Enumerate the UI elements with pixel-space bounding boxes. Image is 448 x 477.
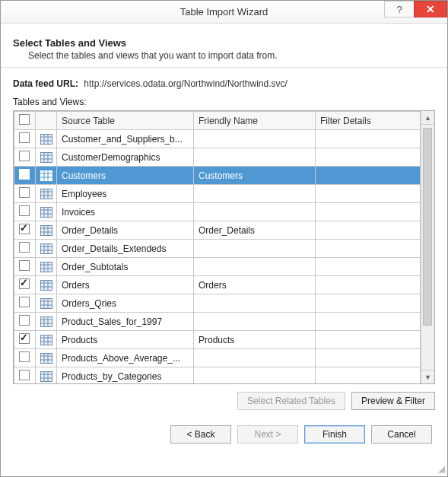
cell-filter-details[interactable] (316, 276, 421, 294)
cell-filter-details[interactable] (316, 203, 421, 221)
tables-grid[interactable]: Source Table Friendly Name Filter Detail… (14, 111, 421, 383)
vertical-scrollbar[interactable]: ▲ ▼ (421, 111, 434, 383)
titlebar: Table Import Wizard ? ✕ (1, 1, 447, 24)
cell-filter-details[interactable] (316, 221, 421, 240)
cell-source-table[interactable]: Product_Sales_for_1997 (57, 313, 194, 331)
cell-friendly-name[interactable] (194, 203, 316, 221)
cell-source-table[interactable]: Invoices (57, 203, 194, 221)
cell-filter-details[interactable] (316, 294, 421, 313)
table-row[interactable]: Products_Above_Average_... (14, 349, 421, 367)
scroll-down-arrow-icon[interactable]: ▼ (421, 370, 434, 383)
cell-friendly-name[interactable] (194, 367, 316, 384)
row-checkbox[interactable] (19, 242, 30, 253)
cell-source-table[interactable]: Order_Details_Extendeds (57, 240, 194, 258)
cell-source-table[interactable]: Orders (57, 276, 194, 294)
row-checkbox[interactable] (19, 187, 30, 198)
table-row[interactable]: Employees (14, 185, 421, 203)
cell-filter-details[interactable] (316, 240, 421, 258)
svg-rect-20 (41, 207, 52, 217)
cell-filter-details[interactable] (316, 130, 421, 148)
table-icon (36, 367, 57, 384)
cell-filter-details[interactable] (316, 148, 421, 167)
table-icon (36, 148, 57, 167)
help-button[interactable]: ? (384, 1, 415, 17)
cell-source-table[interactable]: Orders_Qries (57, 294, 194, 313)
row-checkbox[interactable] (19, 151, 30, 161)
cell-source-table[interactable]: Customer_and_Suppliers_b... (57, 130, 194, 148)
scroll-thumb[interactable] (423, 128, 432, 326)
cell-source-table[interactable]: Customers (57, 167, 194, 185)
cell-source-table[interactable]: Order_Details (57, 221, 194, 240)
table-row[interactable]: Order_Subtotals (14, 258, 421, 276)
cell-source-table[interactable]: Employees (57, 185, 194, 203)
table-icon (36, 185, 57, 203)
row-checkbox[interactable] (19, 297, 30, 307)
cell-friendly-name[interactable] (194, 349, 316, 367)
row-checkbox[interactable] (19, 260, 30, 271)
cell-friendly-name[interactable]: Products (194, 331, 316, 349)
select-related-tables-button[interactable]: Select Related Tables (237, 392, 345, 410)
table-row[interactable]: Orders_Qries (14, 294, 421, 313)
cell-friendly-name[interactable]: Orders (194, 276, 316, 294)
table-row[interactable]: Customer_and_Suppliers_b... (14, 130, 421, 148)
cell-filter-details[interactable] (316, 185, 421, 203)
table-row[interactable]: ProductsProducts (14, 331, 421, 349)
table-row[interactable]: Order_DetailsOrder_Details (14, 221, 421, 240)
header-source[interactable]: Source Table (57, 112, 194, 130)
checkbox-icon[interactable] (19, 114, 30, 125)
header-filter[interactable]: Filter Details (316, 112, 421, 130)
finish-button[interactable]: Finish (304, 425, 365, 444)
cell-filter-details[interactable] (316, 167, 421, 185)
table-row[interactable]: Invoices (14, 203, 421, 221)
table-icon (36, 349, 57, 367)
cell-source-table[interactable]: Products (57, 331, 194, 349)
cell-filter-details[interactable] (316, 258, 421, 276)
table-row[interactable]: Product_Sales_for_1997 (14, 313, 421, 331)
cell-filter-details[interactable] (316, 313, 421, 331)
table-row[interactable]: Order_Details_Extendeds (14, 240, 421, 258)
cell-friendly-name[interactable] (194, 130, 316, 148)
header-select-all[interactable] (14, 112, 36, 130)
cell-friendly-name[interactable] (194, 294, 316, 313)
cell-source-table[interactable]: Products_by_Categories (57, 367, 194, 384)
row-checkbox[interactable] (19, 370, 30, 380)
cell-source-table[interactable]: Products_Above_Average_... (57, 349, 194, 367)
cell-source-table[interactable]: CustomerDemographics (57, 148, 194, 167)
row-checkbox[interactable] (19, 132, 30, 143)
row-checkbox[interactable] (19, 224, 30, 234)
cell-filter-details[interactable] (316, 367, 421, 384)
next-button[interactable]: Next > (237, 425, 298, 444)
cell-friendly-name[interactable]: Customers (194, 167, 316, 185)
cell-friendly-name[interactable] (194, 313, 316, 331)
close-button[interactable]: ✕ (414, 1, 447, 17)
header-friendly[interactable]: Friendly Name (194, 112, 316, 130)
page-heading: Select Tables and Views (13, 37, 435, 49)
row-checkbox[interactable] (19, 315, 30, 326)
row-checkbox[interactable] (19, 351, 30, 362)
svg-rect-30 (41, 243, 52, 253)
cell-source-table[interactable]: Order_Subtotals (57, 258, 194, 276)
cell-filter-details[interactable] (316, 331, 421, 349)
cell-friendly-name[interactable] (194, 240, 316, 258)
svg-rect-15 (41, 189, 52, 199)
row-checkbox[interactable] (19, 205, 30, 216)
cell-friendly-name[interactable] (194, 185, 316, 203)
table-row[interactable]: Products_by_Categories (14, 367, 421, 384)
row-checkbox[interactable] (19, 333, 30, 344)
table-row[interactable]: CustomersCustomers (14, 167, 421, 185)
preview-filter-button[interactable]: Preview & Filter (351, 392, 435, 410)
cancel-button[interactable]: Cancel (371, 425, 432, 444)
scroll-up-arrow-icon[interactable]: ▲ (421, 111, 434, 125)
table-row[interactable]: CustomerDemographics (14, 148, 421, 167)
cell-friendly-name[interactable] (194, 258, 316, 276)
cell-friendly-name[interactable] (194, 148, 316, 167)
back-button[interactable]: < Back (170, 425, 231, 444)
cell-filter-details[interactable] (316, 349, 421, 367)
row-checkbox[interactable] (19, 169, 30, 180)
table-icon (36, 258, 57, 276)
header-row: Source Table Friendly Name Filter Detail… (14, 112, 421, 130)
table-row[interactable]: OrdersOrders (14, 276, 421, 294)
cell-friendly-name[interactable]: Order_Details (194, 221, 316, 240)
row-checkbox[interactable] (19, 278, 30, 289)
resize-grip-icon[interactable]: ◢ (438, 463, 445, 474)
